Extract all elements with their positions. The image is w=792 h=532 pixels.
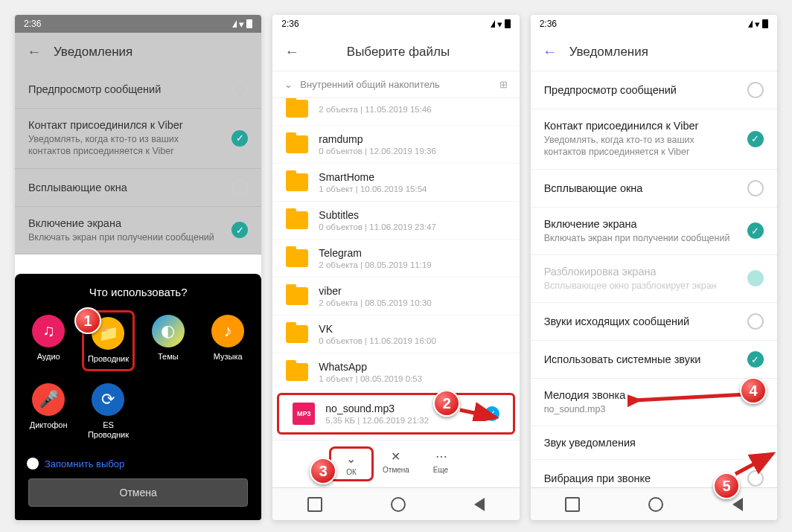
ok-button[interactable]: ⌄ ОК — [329, 446, 374, 481]
file-meta: 1 объект | 08.05.2019 0:53 — [319, 374, 505, 383]
file-name: Subtitles — [319, 209, 505, 221]
setting-popup[interactable]: Всплывающие окна — [15, 169, 261, 207]
setting-contact-joined[interactable]: Контакт присоединился к Viber Уведомлять… — [15, 109, 261, 169]
grid-view-icon[interactable]: ⊞ — [499, 79, 508, 90]
nav-back-icon[interactable] — [474, 498, 485, 511]
cancel-button[interactable]: ✕ Отмена — [374, 446, 418, 481]
folder-row[interactable]: Telegram 2 объекта | 08.05.2019 11:19 — [272, 240, 519, 278]
folder-row[interactable]: VK 0 объектов | 11.06.2019 16:00 — [272, 315, 519, 353]
app-recorder[interactable]: 🎤 Диктофон — [22, 379, 74, 444]
file-meta: 1 объект | 10.06.2019 15:54 — [319, 185, 505, 193]
folder-row[interactable]: ramdump 0 объектов | 12.06.2019 19:36 — [272, 126, 519, 164]
setting-preview[interactable]: Предпросмотр сообщений — [15, 71, 261, 109]
nav-home-icon[interactable] — [391, 497, 406, 512]
radio-checked-icon[interactable] — [231, 222, 248, 238]
setting-screen-on[interactable]: Включение экрана Включать экран при полу… — [531, 208, 777, 255]
remember-choice[interactable]: Запомнить выбор — [22, 452, 254, 478]
folder-icon — [286, 287, 308, 305]
app-chooser-sheet: Что использовать? ♫ Аудио 📁 Проводник ◐ … — [15, 274, 261, 520]
radio-checked-icon[interactable] — [747, 131, 764, 147]
app-label: Музыка — [214, 352, 243, 362]
app-es-explorer[interactable]: ⟳ ES Проводник — [82, 379, 134, 444]
setting-unlock: Разблокировка экрана Всплывающее окно ра… — [531, 255, 777, 303]
file-meta: 5,35 КБ | 12.06.2019 21:32 — [325, 416, 473, 425]
radio-unchecked-icon[interactable] — [747, 313, 764, 330]
folder-row[interactable]: Subtitles 0 объектов | 11.06.2019 23:47 — [272, 202, 519, 240]
file-name: viber — [319, 285, 505, 297]
remember-label: Запомнить выбор — [45, 458, 124, 469]
page-title: Выберите файлы — [289, 45, 507, 60]
status-bar: 2:36 ▾ — [15, 15, 261, 33]
status-time: 2:36 — [540, 19, 557, 29]
file-name: ramdump — [319, 133, 505, 145]
setting-label: Включение экрана — [28, 217, 223, 229]
battery-icon — [505, 19, 511, 28]
more-icon: ⋯ — [435, 449, 446, 464]
setting-contact-joined[interactable]: Контакт присоединился к Viber Уведомлять… — [531, 109, 777, 170]
radio-unchecked-icon[interactable] — [747, 180, 764, 196]
folder-row[interactable]: viber 2 объекта | 08.05.2019 10:30 — [272, 278, 519, 315]
folder-row[interactable]: SmartHome 1 объект | 10.06.2019 15:54 — [272, 164, 519, 202]
radio-checked-icon[interactable] — [747, 351, 764, 368]
file-list: 2 объекта | 11.05.2019 15:46 ramdump 0 о… — [272, 98, 519, 440]
setting-popup[interactable]: Всплывающие окна — [531, 170, 777, 208]
nav-recent-icon[interactable] — [565, 497, 580, 512]
radio-unchecked-icon[interactable] — [747, 82, 764, 98]
svg-line-1 — [635, 394, 747, 400]
back-arrow-icon[interactable]: ← — [27, 43, 42, 60]
signal-icon — [232, 20, 237, 28]
setting-sub: Всплывающее окно разблокирует экран — [544, 280, 738, 292]
svg-line-2 — [735, 454, 773, 474]
radio-unchecked-icon[interactable] — [231, 81, 248, 97]
svg-line-0 — [460, 410, 496, 417]
file-actions: ⌄ ОК ✕ Отмена ⋯ Еще — [272, 440, 519, 487]
arrow-icon — [627, 385, 754, 408]
folder-icon — [286, 249, 308, 267]
radio-checked-icon[interactable] — [747, 222, 764, 239]
app-audio[interactable]: ♫ Аудио — [22, 310, 74, 371]
status-icons: ▾ — [232, 19, 252, 30]
mp3-icon: MP3 — [293, 403, 315, 425]
status-time: 2:36 — [24, 19, 41, 29]
breadcrumb[interactable]: ⌄ Внутренний общий накопитель ⊞ — [272, 71, 519, 98]
setting-sub: Уведомлять, когда кто-то из ваших контак… — [28, 133, 223, 158]
setting-sub: Включать экран при получении сообщений — [28, 231, 223, 243]
app-themes[interactable]: ◐ Темы — [142, 310, 194, 371]
radio-unchecked-icon[interactable] — [231, 179, 248, 196]
page-title: Уведомления — [54, 45, 132, 60]
setting-outgoing-sounds[interactable]: Звуки исходящих сообщений — [531, 303, 777, 341]
back-arrow-icon[interactable]: ← — [543, 43, 558, 60]
radio-checked-icon[interactable] — [231, 130, 248, 147]
cancel-button[interactable]: Отмена — [28, 478, 248, 507]
close-icon: ✕ — [391, 449, 400, 464]
setting-label: Звуки исходящих сообщений — [544, 315, 738, 327]
callout-badge-4: 4 — [740, 377, 767, 404]
nav-back-icon[interactable] — [732, 498, 743, 511]
setting-screen-on[interactable]: Включение экрана Включать экран при полу… — [15, 207, 261, 254]
app-music[interactable]: ♪ Музыка — [202, 310, 254, 371]
phone-screen-3: 2:36 ▾ ← Уведомления Предпросмотр сообще… — [531, 15, 777, 520]
file-name: Telegram — [319, 247, 505, 259]
folder-icon — [286, 325, 308, 343]
nav-home-icon[interactable] — [648, 497, 663, 512]
app-label: Диктофон — [30, 420, 68, 430]
folder-row[interactable]: 2 объекта | 11.05.2019 15:46 — [272, 98, 519, 126]
wifi-icon: ▾ — [239, 19, 244, 30]
breadcrumb-label: Внутренний общий накопитель — [300, 79, 440, 90]
folder-row[interactable]: WhatsApp 1 объект | 08.05.2019 0:53 — [272, 353, 519, 391]
more-button[interactable]: ⋯ Еще — [418, 446, 463, 481]
action-label: Еще — [433, 466, 448, 474]
music-note-icon: ♫ — [32, 315, 65, 347]
status-time: 2:36 — [281, 19, 298, 29]
file-name: VK — [319, 323, 505, 335]
setting-label: Использовать системные звуки — [544, 353, 738, 365]
battery-icon — [762, 19, 768, 28]
check-icon: ⌄ — [346, 452, 356, 466]
chevron-down-icon: ⌄ — [284, 79, 293, 90]
folder-icon — [286, 100, 308, 118]
app-header: ← Уведомления — [531, 33, 777, 71]
nav-recent-icon[interactable] — [307, 497, 322, 512]
setting-label: Контакт присоединился к Viber — [28, 119, 223, 131]
setting-preview[interactable]: Предпросмотр сообщений — [531, 71, 777, 109]
setting-system-sounds[interactable]: Использовать системные звуки — [531, 341, 777, 379]
